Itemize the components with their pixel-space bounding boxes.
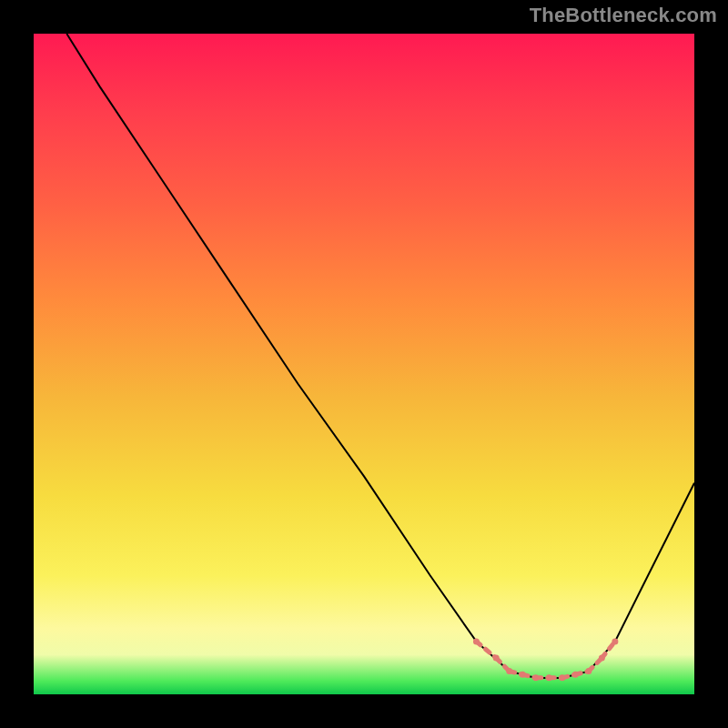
dotted-segment	[473, 638, 618, 681]
svg-point-20	[612, 638, 618, 644]
svg-line-1	[476, 642, 496, 658]
curve-line	[66, 34, 694, 678]
watermark-text: TheBottleneck.com	[530, 4, 717, 27]
plot-area	[34, 34, 694, 694]
chart-container: TheBottleneck.com	[0, 0, 728, 728]
chart-svg	[34, 34, 694, 694]
